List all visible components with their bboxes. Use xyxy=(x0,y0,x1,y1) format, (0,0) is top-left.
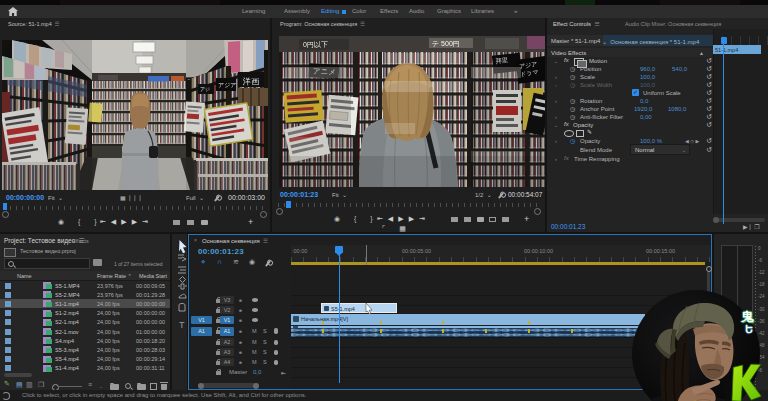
svg-text:T: T xyxy=(179,320,185,330)
svg-text:0円以下: 0円以下 xyxy=(303,41,328,48)
svg-text:テ 500円: テ 500円 xyxy=(432,40,460,47)
